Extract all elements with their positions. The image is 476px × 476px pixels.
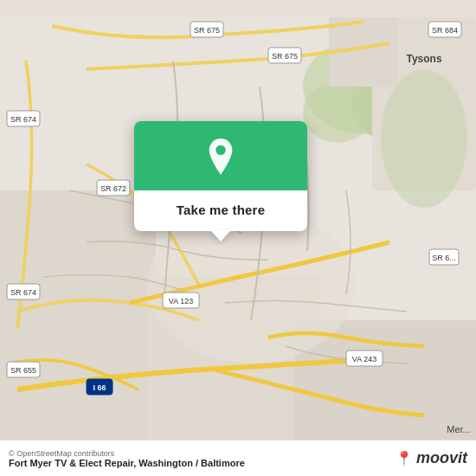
map-background: SR 675 SR 675 SR 684 SR 674 SR 672 SR 67… bbox=[0, 0, 476, 476]
svg-text:VA 243: VA 243 bbox=[352, 355, 376, 363]
svg-text:SR 6...: SR 6... bbox=[432, 254, 456, 262]
svg-point-35 bbox=[215, 145, 225, 155]
svg-text:SR 655: SR 655 bbox=[10, 366, 36, 375]
bottom-left-info: © OpenStreetMap contributors Fort Myer T… bbox=[9, 449, 245, 468]
take-me-there-button[interactable]: Take me there bbox=[170, 199, 272, 221]
moovit-pin-icon: 📍 bbox=[396, 450, 413, 466]
svg-text:Mer...: Mer... bbox=[447, 424, 471, 434]
svg-text:SR 684: SR 684 bbox=[432, 26, 458, 35]
copyright-text: © OpenStreetMap contributors bbox=[9, 449, 245, 458]
svg-text:VA 123: VA 123 bbox=[169, 297, 193, 306]
svg-text:SR 674: SR 674 bbox=[10, 288, 36, 297]
location-pin-icon bbox=[205, 138, 236, 175]
svg-text:SR 674: SR 674 bbox=[10, 115, 36, 124]
bottom-right-branding: 📍 moovit bbox=[396, 449, 467, 467]
location-label: Fort Myer TV & Elect Repair, Washington … bbox=[9, 458, 245, 468]
svg-text:Tysons: Tysons bbox=[406, 53, 441, 65]
popup-card: Take me there bbox=[134, 121, 307, 231]
svg-text:SR 672: SR 672 bbox=[100, 184, 126, 193]
svg-text:SR 675: SR 675 bbox=[272, 52, 298, 61]
bottom-bar: © OpenStreetMap contributors Fort Myer T… bbox=[0, 440, 476, 476]
svg-text:I 66: I 66 bbox=[93, 383, 106, 392]
popup-tail bbox=[210, 230, 231, 241]
svg-point-3 bbox=[303, 82, 372, 143]
popup-header bbox=[134, 121, 307, 190]
svg-point-6 bbox=[381, 69, 467, 208]
map-container: SR 675 SR 675 SR 684 SR 674 SR 672 SR 67… bbox=[0, 0, 476, 476]
moovit-logo: moovit bbox=[416, 449, 467, 467]
svg-point-10 bbox=[147, 208, 355, 363]
svg-text:SR 675: SR 675 bbox=[194, 26, 220, 35]
popup-button-area: Take me there bbox=[134, 190, 307, 231]
svg-rect-7 bbox=[0, 190, 156, 459]
